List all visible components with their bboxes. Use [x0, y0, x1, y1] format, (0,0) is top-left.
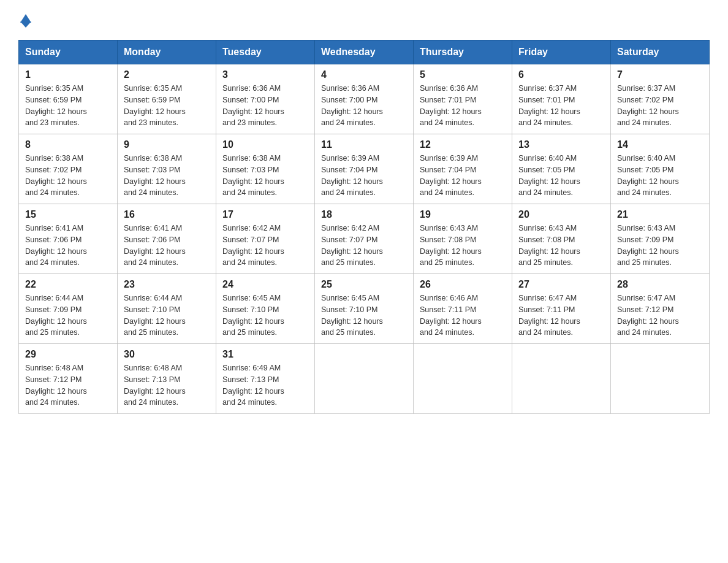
calendar-cell: 22 Sunrise: 6:44 AM Sunset: 7:09 PM Dayl…: [19, 274, 118, 344]
day-info: Sunrise: 6:42 AM Sunset: 7:07 PM Dayligh…: [222, 223, 308, 269]
day-info: Sunrise: 6:48 AM Sunset: 7:12 PM Dayligh…: [25, 362, 111, 408]
day-info: Sunrise: 6:42 AM Sunset: 7:07 PM Dayligh…: [321, 223, 407, 269]
calendar-cell: [414, 344, 512, 414]
col-header-tuesday: Tuesday: [216, 40, 315, 64]
calendar-cell: 7 Sunrise: 6:37 AM Sunset: 7:02 PM Dayli…: [611, 64, 710, 134]
week-row-3: 15 Sunrise: 6:41 AM Sunset: 7:06 PM Dayl…: [19, 204, 710, 274]
calendar-cell: 19 Sunrise: 6:43 AM Sunset: 7:08 PM Dayl…: [414, 204, 512, 274]
day-number: 25: [321, 279, 407, 290]
calendar-cell: 23 Sunrise: 6:44 AM Sunset: 7:10 PM Dayl…: [118, 274, 216, 344]
day-number: 28: [617, 279, 703, 290]
day-info: Sunrise: 6:43 AM Sunset: 7:08 PM Dayligh…: [518, 223, 604, 269]
calendar-cell: [611, 344, 710, 414]
week-row-2: 8 Sunrise: 6:38 AM Sunset: 7:02 PM Dayli…: [19, 134, 710, 204]
calendar-cell: 25 Sunrise: 6:45 AM Sunset: 7:10 PM Dayl…: [315, 274, 414, 344]
day-info: Sunrise: 6:36 AM Sunset: 7:00 PM Dayligh…: [222, 83, 308, 129]
day-number: 22: [25, 279, 111, 290]
calendar-cell: 6 Sunrise: 6:37 AM Sunset: 7:01 PM Dayli…: [512, 64, 611, 134]
day-info: Sunrise: 6:38 AM Sunset: 7:03 PM Dayligh…: [222, 153, 308, 199]
day-number: 13: [518, 139, 604, 150]
day-number: 31: [222, 349, 308, 360]
col-header-friday: Friday: [512, 40, 611, 64]
calendar-cell: 13 Sunrise: 6:40 AM Sunset: 7:05 PM Dayl…: [512, 134, 611, 204]
day-info: Sunrise: 6:37 AM Sunset: 7:02 PM Dayligh…: [617, 83, 703, 129]
day-number: 20: [518, 209, 604, 220]
day-info: Sunrise: 6:40 AM Sunset: 7:05 PM Dayligh…: [518, 153, 604, 199]
day-number: 2: [124, 69, 210, 80]
calendar-cell: 2 Sunrise: 6:35 AM Sunset: 6:59 PM Dayli…: [118, 64, 216, 134]
col-header-saturday: Saturday: [611, 40, 710, 64]
day-info: Sunrise: 6:49 AM Sunset: 7:13 PM Dayligh…: [222, 362, 308, 408]
day-info: Sunrise: 6:43 AM Sunset: 7:08 PM Dayligh…: [420, 223, 506, 269]
day-number: 24: [222, 279, 308, 290]
day-info: Sunrise: 6:36 AM Sunset: 7:01 PM Dayligh…: [420, 83, 506, 129]
calendar-cell: 1 Sunrise: 6:35 AM Sunset: 6:59 PM Dayli…: [19, 64, 118, 134]
day-number: 16: [124, 209, 210, 220]
week-row-1: 1 Sunrise: 6:35 AM Sunset: 6:59 PM Dayli…: [19, 64, 710, 134]
calendar-cell: 21 Sunrise: 6:43 AM Sunset: 7:09 PM Dayl…: [611, 204, 710, 274]
calendar-cell: 10 Sunrise: 6:38 AM Sunset: 7:03 PM Dayl…: [216, 134, 315, 204]
col-header-monday: Monday: [118, 40, 216, 64]
calendar-cell: 11 Sunrise: 6:39 AM Sunset: 7:04 PM Dayl…: [315, 134, 414, 204]
day-number: 27: [518, 279, 604, 290]
calendar-cell: 30 Sunrise: 6:48 AM Sunset: 7:13 PM Dayl…: [118, 344, 216, 414]
day-number: 15: [25, 209, 111, 220]
day-number: 5: [420, 69, 506, 80]
day-info: Sunrise: 6:38 AM Sunset: 7:03 PM Dayligh…: [124, 153, 210, 199]
calendar-cell: [512, 344, 611, 414]
calendar-cell: 28 Sunrise: 6:47 AM Sunset: 7:12 PM Dayl…: [611, 274, 710, 344]
day-number: 21: [617, 209, 703, 220]
day-number: 4: [321, 69, 407, 80]
day-number: 9: [124, 139, 210, 150]
calendar-cell: 3 Sunrise: 6:36 AM Sunset: 7:00 PM Dayli…: [216, 64, 315, 134]
calendar-cell: 9 Sunrise: 6:38 AM Sunset: 7:03 PM Dayli…: [118, 134, 216, 204]
calendar-cell: 29 Sunrise: 6:48 AM Sunset: 7:12 PM Dayl…: [19, 344, 118, 414]
page-header: [18, 12, 710, 28]
col-header-wednesday: Wednesday: [315, 40, 414, 64]
calendar-cell: 20 Sunrise: 6:43 AM Sunset: 7:08 PM Dayl…: [512, 204, 611, 274]
logo: [18, 12, 31, 28]
day-number: 23: [124, 279, 210, 290]
calendar-cell: 18 Sunrise: 6:42 AM Sunset: 7:07 PM Dayl…: [315, 204, 414, 274]
day-info: Sunrise: 6:44 AM Sunset: 7:10 PM Dayligh…: [124, 293, 210, 339]
day-number: 12: [420, 139, 506, 150]
col-header-sunday: Sunday: [19, 40, 118, 64]
day-info: Sunrise: 6:47 AM Sunset: 7:11 PM Dayligh…: [518, 293, 604, 339]
day-info: Sunrise: 6:46 AM Sunset: 7:11 PM Dayligh…: [420, 293, 506, 339]
calendar-cell: 5 Sunrise: 6:36 AM Sunset: 7:01 PM Dayli…: [414, 64, 512, 134]
day-info: Sunrise: 6:48 AM Sunset: 7:13 PM Dayligh…: [124, 362, 210, 408]
day-number: 18: [321, 209, 407, 220]
day-info: Sunrise: 6:47 AM Sunset: 7:12 PM Dayligh…: [617, 293, 703, 339]
day-info: Sunrise: 6:39 AM Sunset: 7:04 PM Dayligh…: [420, 153, 506, 199]
week-row-5: 29 Sunrise: 6:48 AM Sunset: 7:12 PM Dayl…: [19, 344, 710, 414]
day-number: 11: [321, 139, 407, 150]
week-row-4: 22 Sunrise: 6:44 AM Sunset: 7:09 PM Dayl…: [19, 274, 710, 344]
calendar-cell: 26 Sunrise: 6:46 AM Sunset: 7:11 PM Dayl…: [414, 274, 512, 344]
day-info: Sunrise: 6:38 AM Sunset: 7:02 PM Dayligh…: [25, 153, 111, 199]
day-info: Sunrise: 6:36 AM Sunset: 7:00 PM Dayligh…: [321, 83, 407, 129]
col-header-thursday: Thursday: [414, 40, 512, 64]
calendar-table: SundayMondayTuesdayWednesdayThursdayFrid…: [18, 40, 710, 414]
day-info: Sunrise: 6:35 AM Sunset: 6:59 PM Dayligh…: [124, 83, 210, 129]
day-info: Sunrise: 6:45 AM Sunset: 7:10 PM Dayligh…: [321, 293, 407, 339]
day-number: 14: [617, 139, 703, 150]
calendar-cell: 17 Sunrise: 6:42 AM Sunset: 7:07 PM Dayl…: [216, 204, 315, 274]
day-info: Sunrise: 6:41 AM Sunset: 7:06 PM Dayligh…: [25, 223, 111, 269]
day-number: 8: [25, 139, 111, 150]
day-number: 10: [222, 139, 308, 150]
calendar-cell: 27 Sunrise: 6:47 AM Sunset: 7:11 PM Dayl…: [512, 274, 611, 344]
calendar-cell: 12 Sunrise: 6:39 AM Sunset: 7:04 PM Dayl…: [414, 134, 512, 204]
day-info: Sunrise: 6:43 AM Sunset: 7:09 PM Dayligh…: [617, 223, 703, 269]
calendar-cell: 4 Sunrise: 6:36 AM Sunset: 7:00 PM Dayli…: [315, 64, 414, 134]
day-info: Sunrise: 6:35 AM Sunset: 6:59 PM Dayligh…: [25, 83, 111, 129]
header-row: SundayMondayTuesdayWednesdayThursdayFrid…: [19, 40, 710, 64]
day-info: Sunrise: 6:45 AM Sunset: 7:10 PM Dayligh…: [222, 293, 308, 339]
day-number: 6: [518, 69, 604, 80]
calendar-cell: 8 Sunrise: 6:38 AM Sunset: 7:02 PM Dayli…: [19, 134, 118, 204]
day-number: 17: [222, 209, 308, 220]
day-number: 19: [420, 209, 506, 220]
calendar-cell: 15 Sunrise: 6:41 AM Sunset: 7:06 PM Dayl…: [19, 204, 118, 274]
day-number: 1: [25, 69, 111, 80]
calendar-cell: 24 Sunrise: 6:45 AM Sunset: 7:10 PM Dayl…: [216, 274, 315, 344]
day-number: 26: [420, 279, 506, 290]
